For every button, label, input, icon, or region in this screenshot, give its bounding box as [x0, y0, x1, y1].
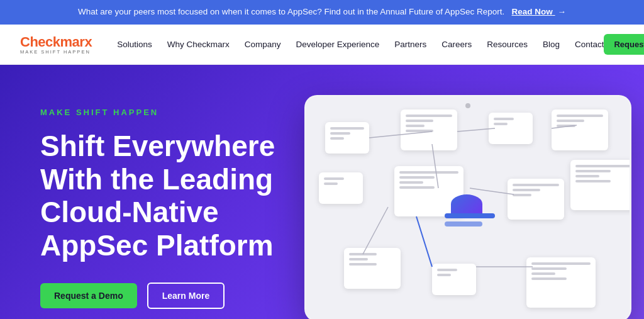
hero-tagline: MAKE SHIFT HAPPEN: [40, 108, 304, 117]
hero-right: [304, 95, 631, 319]
nav-links: Solutions Why Checkmarx Company Develope…: [117, 40, 604, 49]
nav-blog[interactable]: Blog: [543, 40, 560, 49]
floating-card-7: [508, 179, 564, 220]
hero-learn-more-button[interactable]: Learn More: [147, 283, 225, 309]
nav-solutions[interactable]: Solutions: [117, 40, 152, 49]
nav-company[interactable]: Company: [245, 40, 281, 49]
nav-contact[interactable]: Contact: [575, 40, 604, 49]
hero-title: Shift Everywhere With the Leading Cloud-…: [40, 130, 304, 263]
floating-card-11: [526, 257, 596, 308]
hero-left: MAKE SHIFT HAPPEN Shift Everywhere With …: [40, 108, 304, 310]
navbar: Checkmarx MAKE SHIFT HAPPEN Solutions Wh…: [0, 25, 644, 65]
blue-sphere-decoration: [451, 194, 482, 213]
nav-careers[interactable]: Careers: [441, 40, 472, 49]
banner-link[interactable]: Read Now →: [512, 7, 567, 16]
floating-card-5: [319, 172, 363, 204]
svg-line-8: [363, 207, 388, 254]
tablet-screen: [306, 97, 630, 319]
hero-section: MAKE SHIFT HAPPEN Shift Everywhere With …: [0, 65, 644, 319]
floating-card-4: [552, 109, 608, 150]
banner-text: What are your peers most focused on when…: [78, 7, 504, 16]
logo-tagline: MAKE SHIFT HAPPEN: [20, 49, 92, 55]
nav-resources[interactable]: Resources: [487, 40, 528, 49]
blue-bar-2: [445, 221, 482, 227]
floating-card-8: [570, 160, 630, 210]
blue-bar-1: [445, 213, 495, 218]
svg-line-7: [416, 216, 432, 267]
banner-arrow: →: [558, 6, 567, 18]
floating-card-10: [432, 264, 476, 295]
hero-request-demo-button[interactable]: Request a Demo: [40, 283, 137, 308]
floating-card-2: [401, 109, 457, 150]
top-banner: What are your peers most focused on when…: [0, 0, 644, 25]
nav-why-checkmarx[interactable]: Why Checkmarx: [167, 40, 230, 49]
tablet-mockup: [304, 95, 631, 319]
logo-text: Checkmarx: [20, 34, 92, 50]
nav-request-demo-button[interactable]: Request a Demo: [604, 34, 644, 55]
nav-partners[interactable]: Partners: [394, 40, 426, 49]
nav-right: Request a Demo: [604, 34, 644, 55]
floating-card-9: [344, 248, 401, 289]
floating-card-3: [489, 113, 533, 144]
hero-buttons: Request a Demo Learn More: [40, 283, 304, 309]
logo[interactable]: Checkmarx MAKE SHIFT HAPPEN: [20, 34, 92, 55]
nav-devex[interactable]: Developer Experience: [296, 40, 379, 49]
tablet-camera: [465, 103, 470, 108]
floating-card-1: [325, 122, 369, 154]
